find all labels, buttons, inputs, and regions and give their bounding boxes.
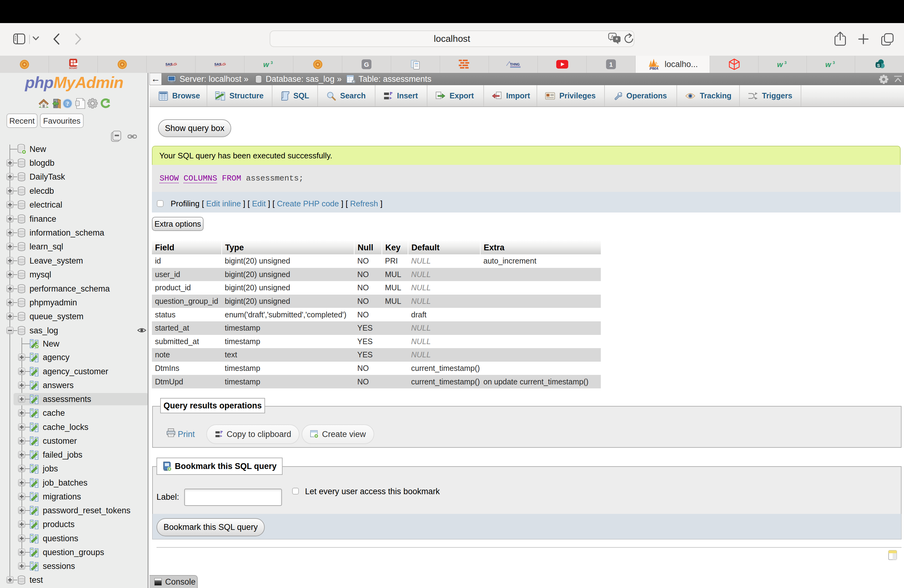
svg-text:w: w (263, 60, 269, 69)
svg-text:3: 3 (270, 60, 273, 65)
svg-text:w: w (825, 60, 831, 69)
svg-text:3: 3 (784, 60, 787, 65)
svg-text:S: S (877, 63, 880, 68)
svg-text:w: w (777, 60, 783, 69)
svg-text:SCUAT: SCUAT (69, 67, 77, 70)
svg-text:THNG: THNG (510, 62, 520, 66)
svg-text:1: 1 (609, 61, 613, 68)
svg-text:?: ? (66, 101, 69, 107)
svg-text:G: G (364, 61, 369, 68)
svg-text:3: 3 (833, 60, 835, 65)
svg-text:PMA: PMA (650, 66, 659, 70)
